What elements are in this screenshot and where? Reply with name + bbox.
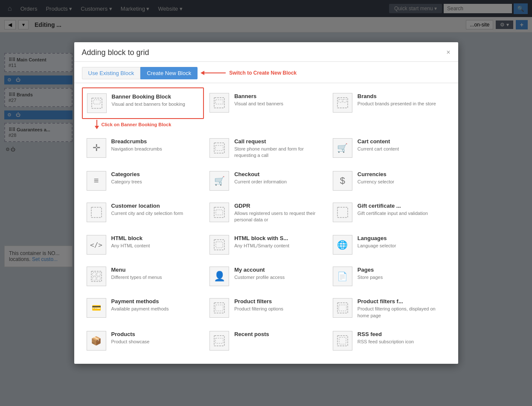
tab-create-new[interactable]: Create New Block: [140, 67, 198, 79]
block-option-pages[interactable]: 📄 Pages Store pages: [328, 261, 451, 271]
block-desc-gdpr: Allows registered users to request their…: [234, 210, 323, 223]
svg-rect-14: [216, 242, 223, 248]
categories-icon: ≡: [87, 171, 106, 191]
menu-icon: [87, 267, 106, 271]
block-desc-cart: Current cart content: [358, 146, 399, 152]
block-name-pages: Pages: [358, 267, 383, 271]
gdpr-icon: [209, 203, 229, 222]
block-desc-breadcrumbs: Navigation breadcrumbs: [111, 146, 162, 152]
block-option-brands[interactable]: Brands Product brands presented in the s…: [328, 87, 451, 132]
blocks-grid: Banner Booking Block Visual and text ban…: [82, 87, 451, 271]
block-option-breadcrumbs[interactable]: ✛ Breadcrumbs Navigation breadcrumbs: [82, 133, 204, 165]
modal-title: Adding block to grid: [82, 48, 149, 57]
block-name-categories: Categories: [111, 171, 142, 177]
block-name-banner-booking: Banner Booking Block: [112, 93, 185, 100]
switch-annotation: Switch to Create New Block: [229, 70, 297, 76]
block-desc-brands: Product brands presented in the store: [358, 101, 436, 107]
block-name-breadcrumbs: Breadcrumbs: [111, 138, 162, 145]
block-option-categories[interactable]: ≡ Categories Category trees: [82, 165, 204, 196]
svg-rect-12: [337, 207, 348, 218]
modal-dialog: Adding block to grid × Use Existing Bloc…: [74, 42, 458, 271]
block-option-menu[interactable]: Menu Different types of menus: [82, 261, 204, 271]
block-option-customer-location[interactable]: Customer location Current city and city …: [82, 197, 204, 229]
block-name-banners: Banners: [234, 93, 283, 99]
block-name-checkout: Checkout: [234, 171, 287, 177]
currencies-icon: $: [333, 171, 352, 191]
block-desc-html-smarty: Any HTML/Smarty content: [234, 243, 289, 249]
block-option-gdpr[interactable]: GDPR Allows registered users to request …: [205, 197, 327, 229]
svg-rect-6: [343, 99, 346, 102]
block-name-html-block: HTML block: [111, 235, 150, 241]
block-desc-languages: Language selector: [358, 243, 396, 249]
block-name-gdpr: GDPR: [234, 203, 323, 209]
gift-certificate-icon: [333, 203, 352, 222]
block-name-languages: Languages: [358, 235, 396, 241]
block-option-banners[interactable]: Banners Visual and text banners: [205, 87, 327, 132]
banner-booking-icon: [87, 93, 107, 113]
modal-body: Banner Booking Block Visual and text ban…: [74, 83, 458, 271]
pages-icon: 📄: [333, 267, 352, 271]
svg-rect-11: [216, 210, 223, 215]
block-option-call-request[interactable]: Call request Store phone number and form…: [205, 133, 327, 165]
svg-rect-2: [214, 98, 224, 108]
block-name-html-smarty: HTML block with S...: [234, 235, 289, 241]
block-desc-banners: Visual and text banners: [234, 101, 283, 107]
block-desc-checkout: Current order information: [234, 179, 287, 185]
block-name-customer-location: Customer location: [111, 203, 183, 209]
block-desc-gift-certificate: Gift certificate input and validation: [358, 210, 428, 217]
block-name-call-request: Call request: [234, 138, 323, 145]
languages-icon: 🌐: [333, 235, 352, 255]
block-name-my-account: My account: [234, 267, 285, 271]
block-name-cart: Cart content: [358, 138, 399, 145]
breadcrumbs-icon: ✛: [87, 138, 106, 158]
brands-icon: [333, 93, 352, 113]
cart-icon: 🛒: [333, 138, 352, 158]
customer-location-icon: [87, 203, 106, 222]
block-name-menu: Menu: [111, 267, 162, 271]
modal-close-button[interactable]: ×: [446, 49, 450, 56]
block-option-checkout[interactable]: 🛒 Checkout Current order information: [205, 165, 327, 196]
block-option-my-account[interactable]: 👤 My account Customer profile access: [205, 261, 327, 271]
block-name-gift-certificate: Gift certificate ...: [358, 203, 428, 209]
svg-rect-7: [214, 143, 224, 153]
block-name-brands: Brands: [358, 93, 436, 99]
svg-rect-9: [91, 207, 102, 218]
block-option-html-block[interactable]: </> HTML block Any HTML content: [82, 229, 204, 260]
block-desc-html-block: Any HTML content: [111, 243, 150, 249]
banner-annotation: Click on Banner Booking Block: [102, 122, 172, 127]
svg-rect-1: [93, 100, 100, 104]
tab-use-existing[interactable]: Use Existing Block: [82, 67, 141, 79]
svg-rect-5: [339, 99, 342, 102]
my-account-icon: 👤: [209, 267, 229, 271]
block-desc-customer-location: Current city and city selection form: [111, 210, 183, 217]
banners-icon: [209, 93, 229, 113]
modal-header: Adding block to grid ×: [74, 42, 458, 62]
block-option-gift-certificate[interactable]: Gift certificate ... Gift certificate in…: [328, 197, 451, 229]
html-block-icon: </>: [87, 235, 106, 255]
block-option-cart[interactable]: 🛒 Cart content Current cart content: [328, 133, 451, 165]
block-option-banner-booking[interactable]: Banner Booking Block Visual and text ban…: [82, 87, 204, 119]
svg-rect-3: [215, 100, 223, 104]
checkout-icon: 🛒: [209, 171, 229, 191]
block-option-currencies[interactable]: $ Currencies Currency selector: [328, 165, 451, 196]
block-option-languages[interactable]: 🌐 Languages Language selector: [328, 229, 451, 260]
call-request-icon: [209, 138, 229, 158]
block-desc-currencies: Currency selector: [358, 179, 394, 185]
block-name-currencies: Currencies: [358, 171, 394, 177]
block-desc-categories: Category trees: [111, 179, 142, 185]
html-smarty-icon: [209, 235, 229, 255]
svg-rect-8: [215, 145, 223, 151]
block-option-html-smarty[interactable]: HTML block with S... Any HTML/Smarty con…: [205, 229, 327, 260]
block-desc-call-request: Store phone number and form for requesti…: [234, 146, 323, 159]
modal-overlay: Adding block to grid × Use Existing Bloc…: [0, 0, 532, 271]
block-desc-banner-booking: Visual and text banners for booking: [112, 101, 185, 107]
